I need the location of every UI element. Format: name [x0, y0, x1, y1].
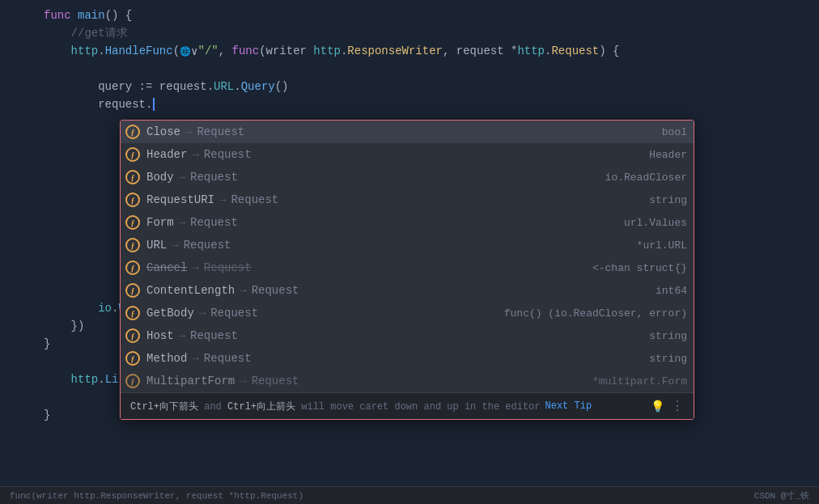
item-name: Header	[146, 148, 187, 161]
item-name: URL	[146, 239, 167, 252]
lightbulb-icon: 💡	[651, 400, 664, 413]
footer-tip-text: Ctrl+向下箭头 and Ctrl+向上箭头 will move caret …	[130, 400, 541, 413]
status-bar: func(writer http.ResponseWriter, request…	[0, 486, 819, 504]
more-options-icon[interactable]: ⋮	[671, 398, 684, 414]
completion-item-method[interactable]: ƒ Method → Request string	[121, 347, 694, 370]
next-tip-button[interactable]: Next Tip	[545, 400, 592, 412]
func-icon: ƒ	[125, 351, 140, 366]
csdn-label: CSDN @寸_铁	[754, 489, 809, 502]
completion-item-cancel[interactable]: ƒ Cancel → Request <-chan struct{}	[121, 256, 694, 279]
func-icon: ƒ	[125, 260, 140, 275]
func-icon: ƒ	[125, 374, 140, 388]
editor-area: func main() { //get请求 http.HandleFunc(🌐∨…	[0, 0, 819, 504]
item-name: Body	[146, 171, 174, 184]
func-icon: ƒ	[125, 283, 140, 298]
text-cursor	[153, 98, 155, 111]
completion-item-form[interactable]: ƒ Form → Request url.Values	[121, 211, 694, 234]
code-line-4	[0, 60, 819, 78]
code-line-1: func main() {	[0, 6, 819, 24]
func-icon: ƒ	[125, 193, 140, 207]
completion-item-url[interactable]: ƒ URL → Request *url.URL	[121, 234, 694, 256]
item-name: MultipartForm	[146, 375, 235, 388]
completion-item-requesturi[interactable]: ƒ RequestURI → Request string	[121, 188, 694, 211]
completion-item-host[interactable]: ƒ Host → Request string	[121, 324, 694, 347]
completion-item-multipartform[interactable]: ƒ MultipartForm → Request *multipart.For…	[121, 370, 694, 392]
code-line-6: request.	[0, 95, 819, 113]
code-line-5: query := request.URL.Query()	[0, 78, 819, 95]
autocomplete-list: ƒ Close → Request bool ƒ Header → Reques…	[121, 121, 694, 392]
func-icon: ƒ	[125, 306, 140, 320]
func-icon: ƒ	[125, 328, 140, 343]
item-name: Form	[146, 216, 174, 229]
code-line-3: http.HandleFunc(🌐∨"/", func(writer http.…	[0, 42, 819, 60]
item-name: Method	[146, 352, 187, 365]
item-name: ContentLength	[146, 284, 235, 297]
func-icon: ƒ	[125, 238, 140, 252]
item-name: GetBody	[146, 307, 194, 320]
func-icon: ƒ	[125, 170, 140, 184]
completion-item-body[interactable]: ƒ Body → Request io.ReadCloser	[121, 166, 694, 188]
func-icon: ƒ	[125, 125, 140, 139]
completion-item-header[interactable]: ƒ Header → Request Header	[121, 143, 694, 166]
item-name: Cancel	[146, 261, 187, 274]
func-icon: ƒ	[125, 215, 140, 230]
completion-item-close[interactable]: ƒ Close → Request bool	[121, 121, 694, 143]
autocomplete-popup: ƒ Close → Request bool ƒ Header → Reques…	[120, 120, 694, 420]
item-name: RequestURI	[146, 193, 214, 206]
item-name: Host	[146, 329, 174, 342]
completion-item-contentlength[interactable]: ƒ ContentLength → Request int64	[121, 279, 694, 302]
func-icon: ƒ	[125, 147, 140, 162]
completion-item-getbody[interactable]: ƒ GetBody → Request func() (io.ReadClose…	[121, 302, 694, 324]
item-name: Close	[146, 125, 180, 138]
code-line-2: //get请求	[0, 24, 819, 42]
bottom-code-text: func(writer http.ResponseWriter, request…	[10, 491, 303, 501]
autocomplete-footer: Ctrl+向下箭头 and Ctrl+向上箭头 will move caret …	[121, 392, 694, 419]
